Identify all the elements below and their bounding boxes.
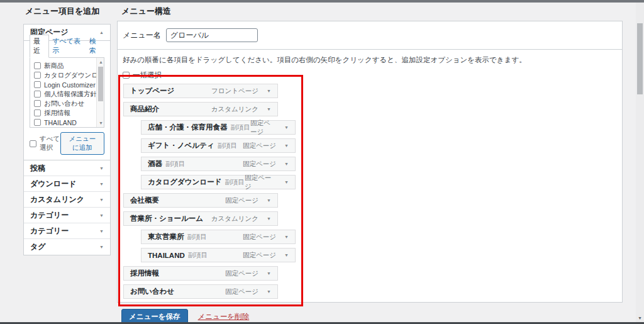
page-check-item[interactable]: お問い合わせ <box>34 99 94 108</box>
scroll-down-icon[interactable]: ▼ <box>99 121 103 125</box>
checkbox[interactable] <box>34 109 41 116</box>
menu-item-label: カタログダウンロード <box>148 177 221 187</box>
menu-item-gift-novelty[interactable]: ギフト・ノベルティ 副項目 固定ページ▼ <box>141 138 296 153</box>
accordion-categories[interactable]: カテゴリー▼ <box>24 208 110 223</box>
menu-item-label: 会社概要 <box>130 196 159 205</box>
annotation-red-box: トップページ フロントページ▼ 商品紹介 カスタムリンク▼ 店舗・介護・保育用食… <box>118 75 303 306</box>
add-menu-items-title: メニュー項目を追加 <box>25 6 99 17</box>
menu-item-sublabel: 副項目 <box>165 160 186 169</box>
scroll-up-icon[interactable]: ▲ <box>99 60 103 64</box>
chevron-down-icon[interactable]: ▼ <box>267 107 271 111</box>
accordion-label: カテゴリー <box>30 210 69 221</box>
page-check-label: Login Customizer <box>44 81 96 89</box>
chevron-down-icon[interactable]: ▼ <box>99 182 104 186</box>
list-scrollbar[interactable]: ▲ ▼ <box>96 58 104 127</box>
menu-item-sublabel: 副項目 <box>218 142 238 150</box>
page-check-item[interactable]: 採用情報 <box>34 108 94 118</box>
page-check-item[interactable]: 東京営業所 <box>34 127 94 128</box>
accordion-posts[interactable]: 投稿▼ <box>24 160 110 176</box>
tab-search[interactable]: 検索 <box>86 35 104 57</box>
pages-panel-footer: すべて選択 メニューに追加 <box>30 132 104 155</box>
checkbox[interactable] <box>34 119 41 126</box>
menu-item-products[interactable]: 商品紹介 カスタムリンク▼ <box>123 102 278 116</box>
menu-item-catalog-download[interactable]: カタログダウンロード 副項目 固定ページ▼ <box>141 175 296 189</box>
menu-item-offices[interactable]: 営業所・ショールーム カスタムリンク▼ <box>123 211 278 226</box>
checkbox[interactable] <box>30 140 36 147</box>
page-check-item[interactable]: 新商品 <box>34 61 94 70</box>
checkbox[interactable] <box>34 72 41 79</box>
menu-item-label: 商品紹介 <box>130 104 159 114</box>
chevron-down-icon[interactable]: ▼ <box>267 271 271 276</box>
menu-item-recruit[interactable]: 採用情報 固定ページ▼ <box>123 266 278 281</box>
menu-item-label: 酒器 <box>148 159 162 169</box>
menu-item-sake-ware[interactable]: 酒器 副項目 固定ページ▼ <box>141 157 296 171</box>
chevron-down-icon[interactable]: ▼ <box>267 289 271 294</box>
page-check-label: THAILAND <box>44 119 77 126</box>
chevron-down-icon[interactable]: ▼ <box>267 89 271 93</box>
menu-item-label: ギフト・ノベルティ <box>148 141 214 150</box>
menu-name-label: メニュー名 <box>123 30 161 41</box>
chevron-down-icon[interactable]: ▼ <box>99 245 104 249</box>
accordion-categories-2[interactable]: カテゴリー▼ <box>24 223 110 239</box>
chevron-down-icon[interactable]: ▼ <box>99 213 104 218</box>
tab-view-all[interactable]: すべて表示 <box>49 35 86 57</box>
page-check-item[interactable]: カタログダウンロード <box>34 70 94 80</box>
menu-name-row: メニュー名 <box>118 21 622 50</box>
chevron-down-icon[interactable]: ▼ <box>284 162 289 166</box>
menu-item-type: 固定ページ <box>243 233 276 242</box>
add-to-menu-button[interactable]: メニューに追加 <box>60 132 104 155</box>
chevron-down-icon[interactable]: ▼ <box>284 143 289 148</box>
page-check-item[interactable]: Login Customizer <box>34 80 94 89</box>
menu-item-type: 固定ページ <box>245 174 276 191</box>
menu-item-label: 採用情報 <box>130 269 159 278</box>
page-check-label: 個人情報保護方針 <box>44 90 97 99</box>
page-check-label: 採用情報 <box>44 109 70 118</box>
menu-item-company[interactable]: 会社概要 固定ページ▼ <box>123 193 278 208</box>
menu-item-type: 固定ページ <box>225 269 258 278</box>
menu-item-type: カスタムリンク <box>211 105 258 114</box>
menu-name-input[interactable] <box>166 28 258 42</box>
chevron-down-icon[interactable]: ▼ <box>267 198 271 203</box>
menu-item-label: トップページ <box>130 86 174 96</box>
scrollbar-thumb[interactable] <box>637 23 643 94</box>
menu-item-top-page[interactable]: トップページ フロントページ▼ <box>123 84 278 98</box>
chevron-up-icon[interactable]: ▲ <box>99 30 104 35</box>
chevron-down-icon[interactable]: ▼ <box>284 235 289 239</box>
accordion-downloads[interactable]: ダウンロード▼ <box>24 176 110 192</box>
pages-checklist: 新商品 カタログダウンロード Login Customizer 個人情報保護方針… <box>30 57 104 128</box>
menu-item-type: 固定ページ <box>243 251 276 260</box>
menu-item-type: フロントページ <box>211 87 258 96</box>
page-check-item[interactable]: 個人情報保護方針 <box>34 89 94 99</box>
delete-menu-link[interactable]: メニューを削除 <box>198 312 250 321</box>
chevron-down-icon[interactable]: ▼ <box>284 253 289 257</box>
chevron-down-icon[interactable]: ▼ <box>99 229 104 233</box>
accordion-label: カテゴリー <box>30 226 69 237</box>
checkbox[interactable] <box>34 62 41 69</box>
top-bar <box>0 0 644 3</box>
menu-item-tokyo-office[interactable]: 東京営業所 副項目 固定ページ▼ <box>141 230 296 244</box>
menu-item-tableware[interactable]: 店舗・介護・保育用食器 副項目 固定ページ▼ <box>141 120 296 135</box>
chevron-down-icon[interactable]: ▼ <box>267 216 271 221</box>
accordion-label: ダウンロード <box>30 179 76 189</box>
chevron-down-icon[interactable]: ▼ <box>284 180 289 184</box>
accordion-label: タグ <box>30 242 46 252</box>
checkbox[interactable] <box>34 81 41 88</box>
select-all-control[interactable]: すべて選択 <box>30 135 60 152</box>
checkbox[interactable] <box>34 100 41 107</box>
pages-tabs: 最近 すべて表示 検索 <box>30 46 104 57</box>
chevron-down-icon[interactable]: ▼ <box>284 125 289 130</box>
page-check-item[interactable]: THAILAND <box>34 118 94 127</box>
chevron-down-icon[interactable]: ▼ <box>99 198 104 202</box>
menu-structure-title: メニュー構造 <box>121 6 171 17</box>
checkbox[interactable] <box>34 91 41 98</box>
menu-item-thailand[interactable]: THAILAND 副項目 固定ページ▼ <box>141 248 296 262</box>
page-scrollbar[interactable]: ▼ <box>636 3 644 322</box>
accordion-custom-links[interactable]: カスタムリンク▼ <box>24 192 110 208</box>
accordion-tags[interactable]: タグ▼ <box>24 239 110 255</box>
menu-item-contact[interactable]: お問い合わせ 固定ページ▼ <box>123 284 278 299</box>
chevron-down-icon[interactable]: ▼ <box>99 166 104 170</box>
scrollbar-thumb[interactable] <box>98 67 103 101</box>
page-check-label: お問い合わせ <box>44 99 84 108</box>
tab-recent[interactable]: 最近 <box>30 35 49 58</box>
scroll-down-icon[interactable]: ▼ <box>638 316 642 320</box>
